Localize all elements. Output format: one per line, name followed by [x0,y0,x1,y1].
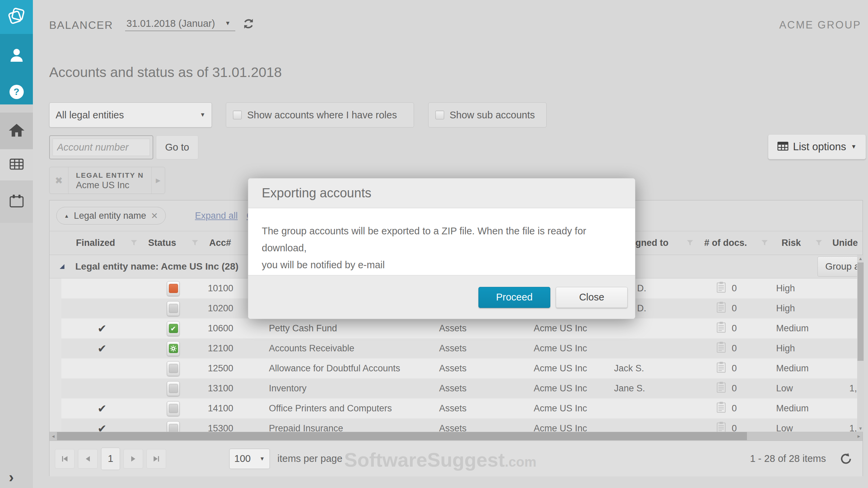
pager: 1 100 ▼ items per page 1 - 28 of 28 item… [50,441,863,476]
status-icon[interactable] [167,281,180,296]
filter-chip-field: LEGAL ENTITY N [76,171,144,179]
account-type: Assets [434,418,529,432]
account-type: Assets [434,398,529,418]
document-icon[interactable] [717,362,726,375]
risk-level: Medium [773,398,828,418]
status-icon[interactable] [167,401,180,416]
document-icon[interactable] [717,382,726,395]
risk-level: Low [773,378,828,398]
goto-button[interactable]: Go to [156,135,198,159]
table-row[interactable]: ✔ 15300 Prepaid Insurance Assets Acme US… [50,418,863,432]
docs-count: 0 [732,363,737,374]
refresh-period-button[interactable] [242,18,255,31]
sidebar-item-accounts-table[interactable] [0,149,33,180]
sidebar-item-calendar[interactable] [0,180,33,223]
items-info: 1 - 28 of 28 items [750,453,826,464]
refresh-icon [840,452,852,465]
header-risk[interactable]: Risk [773,231,828,255]
gear-icon [170,345,177,352]
header-status[interactable]: Status [143,231,204,255]
group-actions-button[interactable]: Group a [817,256,863,277]
status-icon[interactable] [167,301,180,316]
status-icon[interactable] [167,361,180,376]
app-logo-icon [7,8,26,26]
first-page-icon [61,455,68,462]
document-icon[interactable] [717,302,726,315]
show-sub-accounts-checkbox-group[interactable]: Show sub accounts [428,102,547,128]
sidebar: ? › [0,0,33,488]
remove-filter-button[interactable]: ✖ [50,167,68,194]
remove-group-icon[interactable]: ✕ [151,211,158,221]
status-icon[interactable] [167,381,180,396]
current-page[interactable]: 1 [101,448,120,470]
scroll-left-icon[interactable]: ◄ [50,432,57,441]
docs-count: 0 [732,323,737,334]
vertical-scrollbar[interactable]: ▲ ▼ [857,255,864,432]
table-row[interactable]: ✔ 12100 Accounts Receivable Assets Acme … [50,338,863,358]
document-icon[interactable] [717,322,726,335]
table-row[interactable]: ✔ 13100 Inventory Assets Acme US Inc Jan… [50,378,863,398]
scroll-down-icon[interactable]: ▼ [857,425,864,432]
document-icon[interactable] [717,282,726,295]
status-icon[interactable] [167,421,180,432]
sidebar-item-home[interactable] [0,113,33,149]
table-row[interactable]: ✔ ✔ 10600 Petty Cash Fund Assets Acme US… [50,318,863,338]
last-page-button[interactable] [146,449,166,469]
filter-chip-body[interactable]: LEGAL ENTITY N Acme US Inc [68,167,151,194]
show-roles-checkbox-group[interactable]: Show accounts where I have roles [226,102,414,128]
scroll-up-icon[interactable]: ▲ [857,255,864,262]
user-icon [9,48,24,64]
first-page-button[interactable] [55,449,75,469]
filter-funnel-icon[interactable] [761,238,768,248]
account-number-input[interactable] [53,139,150,156]
proceed-button[interactable]: Proceed [478,287,550,308]
header-finalized[interactable]: Finalized [61,231,143,255]
filter-funnel-icon[interactable] [687,238,693,248]
table-icon [9,158,24,171]
filter-funnel-icon[interactable] [192,238,198,248]
legal-entities-select[interactable]: All legal entities ▼ [49,102,212,128]
docs-count: 0 [732,303,737,314]
close-button[interactable]: Close [556,287,628,308]
period-select[interactable]: 31.01.2018 (Januar) ▼ [125,16,235,31]
refresh-grid-button[interactable] [840,452,852,465]
next-page-button[interactable] [123,449,143,469]
sidebar-item-logo[interactable] [0,0,33,34]
show-roles-checkbox[interactable] [233,111,242,119]
document-icon[interactable] [717,402,726,415]
table-row[interactable]: ✔ 14100 Office Printers and Computers As… [50,398,863,418]
status-icon[interactable]: ✔ [167,321,180,336]
sidebar-item-help[interactable]: ? [0,85,33,99]
filter-funnel-icon[interactable] [815,238,822,248]
horizontal-scrollbar-thumb[interactable] [57,432,747,440]
page-size-select[interactable]: 100 ▼ [229,449,270,469]
prev-page-button[interactable] [78,449,98,469]
sidebar-expand-button[interactable]: › [9,469,14,486]
acc-number: 12100 [204,338,258,358]
list-options-button[interactable]: List options ▼ [768,134,866,159]
legal-entity: Acme US Inc [529,338,611,358]
status-icon[interactable] [167,341,180,356]
close-icon: ✖ [55,175,63,186]
assigned-to: Jane S. [611,378,699,398]
sidebar-item-profile[interactable] [0,48,33,64]
group-by-pill[interactable]: ▲ Legal entity name ✕ [56,207,166,225]
expand-all-link[interactable]: Expand all [195,211,238,221]
document-icon[interactable] [717,422,726,432]
page-title: Accounts and status as of 31.01.2018 [49,64,282,80]
filter-chip-expand-button[interactable]: ▶ [151,167,165,194]
header-unidentified[interactable]: Unide [828,231,863,255]
prev-page-icon [85,455,91,462]
filter-funnel-icon[interactable] [131,238,137,248]
account-type: Assets [434,318,529,338]
show-sub-accounts-checkbox[interactable] [435,111,444,119]
header-num-docs[interactable]: # of docs. [699,231,773,255]
table-row[interactable]: ✔ 12500 Allowance for Doubtful Accounts … [50,358,863,378]
scroll-right-icon[interactable]: ► [855,432,863,441]
document-icon[interactable] [717,342,726,355]
show-roles-label: Show accounts where I have roles [247,110,397,121]
grid-icon [777,142,788,152]
vertical-scrollbar-thumb[interactable] [857,262,864,361]
horizontal-scrollbar[interactable]: ◄ ► [50,432,863,441]
collapse-group-icon[interactable] [59,263,65,270]
